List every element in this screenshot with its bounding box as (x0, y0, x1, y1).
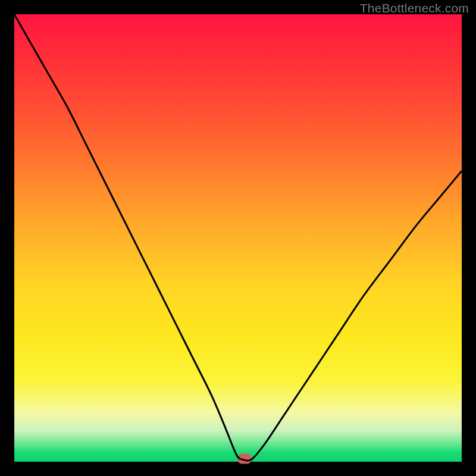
bottleneck-curve (14, 14, 462, 462)
curve-path (14, 14, 462, 461)
chart-frame: TheBottleneck.com (0, 0, 476, 476)
watermark-text: TheBottleneck.com (360, 1, 469, 15)
plot-area (14, 14, 462, 462)
